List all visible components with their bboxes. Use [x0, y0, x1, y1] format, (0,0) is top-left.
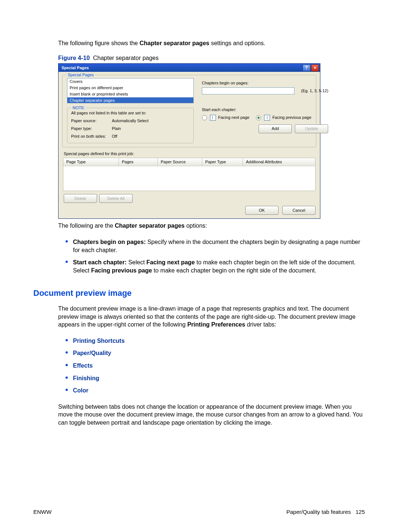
table-header: Page Type Pages Paper Source Paper Type … — [63, 158, 315, 166]
preview-paragraph-2: Switching between tabs does not change t… — [58, 403, 365, 427]
preview-paragraph-1: The document preview image is a line-dra… — [58, 305, 365, 329]
radio-facing-previous[interactable]: Facing previous page — [256, 115, 311, 121]
list-item[interactable]: Covers — [67, 78, 193, 85]
tab-item: Printing Shortcuts — [58, 335, 365, 347]
radio-dot-icon — [202, 115, 207, 120]
note-text: All pages not listed in this table are s… — [71, 110, 190, 116]
page-left-icon — [210, 115, 216, 121]
radio-prev-label: Facing previous page — [272, 115, 311, 120]
figure-caption: Figure 4-10 Chapter separator pages — [58, 54, 365, 62]
special-pages-group: Special Pages Covers Print pages on diff… — [62, 75, 316, 147]
defined-pages-table[interactable]: Page Type Pages Paper Source Paper Type … — [63, 158, 316, 191]
options-list: Chapters begin on pages: Specify where i… — [58, 236, 365, 277]
radio-next-label: Facing next page — [218, 115, 249, 120]
option-chapters-begin: Chapters begin on pages: Specify where i… — [58, 236, 365, 256]
chapters-begin-hint: (Eg. 1, 3, 5-12) — [301, 88, 328, 94]
paper-source-value: Automatically Select — [112, 118, 149, 124]
cancel-button[interactable]: Cancel — [282, 206, 316, 215]
list-item[interactable]: Print pages on different paper — [67, 85, 193, 91]
col-page-type[interactable]: Page Type — [63, 158, 119, 166]
tab-item: Finishing — [58, 372, 365, 385]
tab-item: Effects — [58, 359, 365, 372]
radio-facing-next[interactable]: Facing next page — [202, 115, 249, 121]
add-button[interactable]: Add — [259, 124, 292, 133]
paper-type-label: Paper type: — [71, 126, 112, 131]
intro-paragraph: The following figure shows the Chapter s… — [58, 39, 365, 47]
help-button[interactable]: ? — [303, 64, 310, 71]
option-start-each-chapter: Start each chapter: Select Facing next p… — [58, 256, 365, 277]
col-paper-type[interactable]: Paper Type — [202, 158, 243, 166]
tab-item: Color — [58, 384, 365, 397]
delete-button[interactable]: Delete — [64, 194, 97, 203]
paper-type-value: Plain — [112, 126, 121, 131]
delete-all-button[interactable]: Delete All — [99, 194, 133, 203]
tab-item: Paper/Quality — [58, 347, 365, 359]
page-types-listbox[interactable]: Covers Print pages on different paper In… — [67, 78, 194, 103]
footer-left: ENWW — [33, 508, 51, 516]
chapters-begin-label: Chapters begin on pages: — [202, 80, 328, 86]
dialog-title: Special Pages — [61, 65, 89, 71]
col-additional-attributes[interactable]: Additional Attributes — [243, 158, 315, 166]
close-button[interactable]: × — [311, 64, 319, 71]
start-each-chapter-label: Start each chapter: — [202, 107, 328, 113]
col-paper-source[interactable]: Paper Source — [158, 158, 202, 166]
update-button[interactable]: Update — [295, 124, 328, 133]
both-sides-value: Off — [112, 134, 117, 139]
section-heading: Document preview image — [33, 288, 365, 299]
page-right-icon — [264, 115, 270, 121]
tabs-list: Printing Shortcuts Paper/Quality Effects… — [58, 335, 365, 397]
list-item-selected[interactable]: Chapter separator pages — [67, 97, 193, 103]
group-legend: Special Pages — [66, 72, 95, 78]
col-pages[interactable]: Pages — [119, 158, 158, 166]
both-sides-label: Print on both sides: — [71, 134, 112, 139]
dialog-titlebar: Special Pages ? × — [59, 64, 320, 72]
chapters-begin-input[interactable] — [202, 87, 294, 94]
page-footer: ENWW Paper/Quality tab features 125 — [33, 508, 365, 516]
footer-right: Paper/Quality tab features 125 — [286, 508, 365, 516]
paper-source-label: Paper source: — [71, 118, 112, 124]
special-pages-dialog: Special Pages ? × Special Pages Covers P… — [58, 63, 320, 219]
list-item[interactable]: Insert blank or preprinted sheets — [67, 91, 193, 97]
ok-button[interactable]: OK — [245, 206, 279, 215]
note-box: NOTE: All pages not listed in this table… — [67, 108, 194, 143]
note-legend: NOTE: — [71, 105, 87, 111]
radio-dot-selected-icon — [256, 115, 261, 120]
defined-pages-label: Special pages defined for this print job… — [64, 151, 316, 157]
options-intro: The following are the Chapter separator … — [58, 222, 365, 230]
